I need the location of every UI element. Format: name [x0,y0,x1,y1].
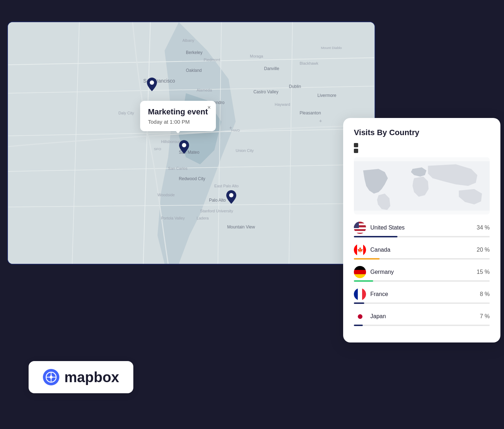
mapbox-label: mapbox [64,369,119,385]
svg-text:Moraga: Moraga [250,54,263,58]
progress-fill [354,325,363,326]
map-container: San Francisco Berkeley Albany Oakland Pi… [7,21,375,265]
svg-point-43 [150,80,154,85]
analytics-title: Visits By Country [354,128,490,137]
progress-track [354,258,490,260]
svg-text:Albany: Albany [182,38,194,43]
map-pin-sanmateo[interactable] [179,140,189,154]
country-name: Germany [370,269,394,275]
map-svg: San Francisco Berkeley Albany Oakland Pi… [8,22,375,264]
svg-text:Oakland: Oakland [186,68,202,73]
popup-title: Marketing event [148,107,208,117]
country-pct: 8 % [480,291,490,297]
progress-track [354,325,490,326]
legend-dot-2 [354,149,358,153]
svg-text:San Carlos: San Carlos [168,166,188,171]
progress-fill [354,280,373,282]
svg-text:Piedmont: Piedmont [204,58,220,62]
svg-text:Stanford University: Stanford University [200,209,233,213]
svg-text:Hayward: Hayward [275,102,290,107]
map-background: San Francisco Berkeley Albany Oakland Pi… [8,22,375,264]
svg-point-44 [182,143,186,147]
country-name: Japan [370,313,386,320]
map-pin-sf[interactable] [147,78,157,91]
svg-text:East Palo Alto: East Palo Alto [214,184,239,188]
country-row: Germany 15 % [354,266,490,282]
legend-dot-1 [354,143,358,147]
country-pct: 34 % [477,225,490,231]
svg-text:Dublin: Dublin [289,84,301,89]
svg-point-45 [229,193,233,197]
svg-text:HWD: HWD [231,128,240,132]
popup-time: Today at 1:00 PM [148,119,208,125]
map-popup: × Marketing event Today at 1:00 PM [140,101,216,131]
country-list: United States 34 % 🍁 Canada 20 % [354,222,490,326]
country-pct: 20 % [477,247,490,253]
svg-text:Pleasanton: Pleasanton [300,110,321,115]
country-name: United States [370,225,405,231]
close-icon[interactable]: × [207,104,211,111]
progress-fill [354,236,397,237]
country-name: Canada [370,247,390,253]
svg-text:SFO: SFO [154,147,162,151]
svg-text:Alameda: Alameda [197,88,212,92]
svg-text:+: + [229,125,232,130]
svg-text:Ladera: Ladera [197,216,209,220]
svg-text:Daly City: Daly City [118,111,134,115]
svg-text:Mount Diablo: Mount Diablo [321,46,342,50]
progress-track [354,236,490,237]
progress-track [354,280,490,282]
svg-text:Woodside: Woodside [158,193,175,197]
svg-text:+: + [319,118,322,124]
analytics-card: Visits By Country [343,118,500,342]
progress-fill [354,258,380,260]
country-row: Japan 7 % [354,310,490,326]
country-pct: 7 % [480,313,490,320]
country-pct: 15 % [477,269,490,275]
svg-text:Blackhawk: Blackhawk [300,61,318,65]
svg-text:Portola Valley: Portola Valley [161,216,185,220]
progress-fill [354,302,364,304]
country-row: France 8 % [354,288,490,304]
legend-dots [354,143,490,153]
svg-text:Berkeley: Berkeley [186,50,202,55]
country-row: 🍁 Canada 20 % [354,244,490,260]
map-pin-mountainview[interactable] [226,190,237,204]
svg-text:Palo Alto: Palo Alto [209,198,226,203]
country-row: United States 34 % [354,222,490,237]
svg-text:Union City: Union City [236,148,254,153]
svg-text:Castro Valley: Castro Valley [253,89,278,94]
country-name: France [370,291,388,297]
mapbox-card: mapbox [29,361,133,393]
svg-text:Danville: Danville [264,66,280,71]
svg-text:Redwood City: Redwood City [179,176,205,181]
mapbox-icon [43,369,59,385]
svg-text:Livermore: Livermore [317,93,336,98]
progress-track [354,302,490,304]
svg-text:Mountain View: Mountain View [227,225,255,230]
world-map [354,157,490,214]
